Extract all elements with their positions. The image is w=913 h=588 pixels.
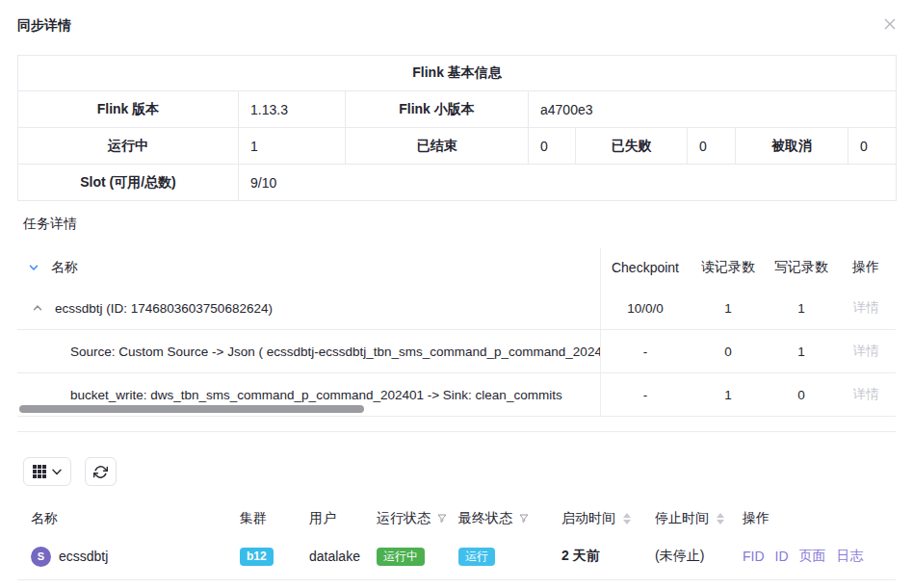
id-link[interactable]: ID xyxy=(775,549,789,564)
running-value: 1 xyxy=(239,128,346,165)
failed-label: 已失败 xyxy=(576,128,688,165)
cancelled-value: 0 xyxy=(848,128,897,165)
col-header-checkpoint: Checkpoint xyxy=(601,260,690,275)
job-stop-time: (未停止) xyxy=(643,548,743,565)
failed-value: 0 xyxy=(688,128,736,165)
chevron-down-icon xyxy=(52,469,62,475)
task-read-count: 1 xyxy=(690,388,767,402)
page-link[interactable]: 页面 xyxy=(799,548,826,565)
refresh-button[interactable] xyxy=(85,457,117,486)
task-read-count: 1 xyxy=(690,301,767,316)
fid-link[interactable]: FID xyxy=(743,549,765,564)
toolbar xyxy=(23,457,913,486)
column-settings-button[interactable] xyxy=(23,457,71,486)
filter-funnel-icon[interactable] xyxy=(436,513,448,524)
avatar: S xyxy=(31,547,51,567)
jobs-table-header: 名称 集群 用户 运行状态 最终状态 启动时间 停止时间 操作 xyxy=(17,504,896,533)
jobs-col-final-status: 最终状态 xyxy=(458,510,512,527)
run-status-badge: 运行中 xyxy=(377,548,425,566)
final-status-badge: 运行 xyxy=(458,548,495,566)
flink-version-value: 1.13.3 xyxy=(239,91,346,128)
jobs-col-run-status: 运行状态 xyxy=(377,510,430,527)
task-detail-link[interactable]: 详情 xyxy=(853,300,879,315)
task-write-count: 1 xyxy=(767,345,836,359)
sort-carets-icon[interactable] xyxy=(717,513,724,524)
slot-value: 9/10 xyxy=(239,165,897,201)
cluster-badge: b12 xyxy=(240,548,274,566)
col-header-read-records: 读记录数 xyxy=(690,259,767,276)
flink-minor-version-label: Flink 小版本 xyxy=(346,91,529,128)
col-header-write-records: 写记录数 xyxy=(767,259,836,276)
task-table-header: 名称 Checkpoint 读记录数 写记录数 操作 xyxy=(17,248,896,287)
divider xyxy=(17,431,896,432)
col-header-actions: 操作 xyxy=(836,259,896,276)
task-details-table: 名称 Checkpoint 读记录数 写记录数 操作 ecssdbtj (ID:… xyxy=(17,248,896,417)
flink-info-table: Flink 基本信息 Flink 版本 1.13.3 Flink 小版本 a47… xyxy=(17,55,897,201)
col-header-name: 名称 xyxy=(51,259,78,276)
finished-label: 已结束 xyxy=(346,128,529,165)
task-row-parent: ecssdbtj (ID: 1746803603750682624) 10/0/… xyxy=(17,287,896,330)
running-label: 运行中 xyxy=(18,128,239,165)
job-name: ecssdbtj xyxy=(59,549,108,564)
task-checkpoint: - xyxy=(601,345,690,359)
cancelled-label: 被取消 xyxy=(736,128,848,165)
jobs-col-start-time: 启动时间 xyxy=(561,510,615,527)
sort-carets-icon[interactable] xyxy=(623,513,631,524)
jobs-col-actions: 操作 xyxy=(743,510,896,527)
task-write-count: 0 xyxy=(767,388,836,402)
task-details-section-title: 任务详情 xyxy=(23,216,913,233)
task-checkpoint: 10/0/0 xyxy=(601,301,690,316)
flink-version-label: Flink 版本 xyxy=(18,91,239,128)
jobs-col-user: 用户 xyxy=(309,510,377,527)
jobs-col-name: 名称 xyxy=(17,510,240,527)
task-name: ecssdbtj (ID: 1746803603750682624) xyxy=(55,301,273,316)
flink-info-title: Flink 基本信息 xyxy=(18,56,897,91)
task-read-count: 0 xyxy=(690,345,767,359)
refresh-icon xyxy=(93,465,108,479)
log-link[interactable]: 日志 xyxy=(837,548,864,565)
modal-header: 同步详情 xyxy=(0,0,913,35)
task-write-count: 1 xyxy=(767,301,836,316)
slot-label: Slot (可用/总数) xyxy=(18,165,239,201)
flink-minor-version-value: a4700e3 xyxy=(529,91,897,128)
task-detail-link[interactable]: 详情 xyxy=(853,344,879,358)
jobs-table: 名称 集群 用户 运行状态 最终状态 启动时间 停止时间 操作 S ecssdb… xyxy=(17,504,896,580)
task-checkpoint: - xyxy=(601,388,690,402)
job-user: datalake xyxy=(309,549,377,564)
task-row-source: Source: Custom Source -> Json ( ecssdbtj… xyxy=(17,330,896,373)
jobs-col-stop-time: 停止时间 xyxy=(655,510,709,527)
jobs-col-cluster: 集群 xyxy=(240,510,309,527)
modal-title: 同步详情 xyxy=(17,17,896,35)
task-name: bucket_write: dws_tbn_sms_command_p_comm… xyxy=(70,388,562,402)
expand-all-chevron-down-icon[interactable] xyxy=(28,262,39,273)
collapse-chevron-up-icon[interactable] xyxy=(32,302,43,314)
task-detail-link[interactable]: 详情 xyxy=(853,387,879,401)
close-icon[interactable] xyxy=(880,14,900,34)
job-start-time: 2 天前 xyxy=(550,548,643,565)
task-name: Source: Custom Source -> Json ( ecssdbtj… xyxy=(70,345,600,359)
horizontal-scrollbar[interactable] xyxy=(19,405,364,413)
filter-funnel-icon[interactable] xyxy=(518,513,530,524)
grid-icon xyxy=(33,465,46,478)
finished-value: 0 xyxy=(529,128,576,165)
job-row: S ecssdbtj b12 datalake 运行中 运行 2 天前 (未停止… xyxy=(17,533,896,580)
